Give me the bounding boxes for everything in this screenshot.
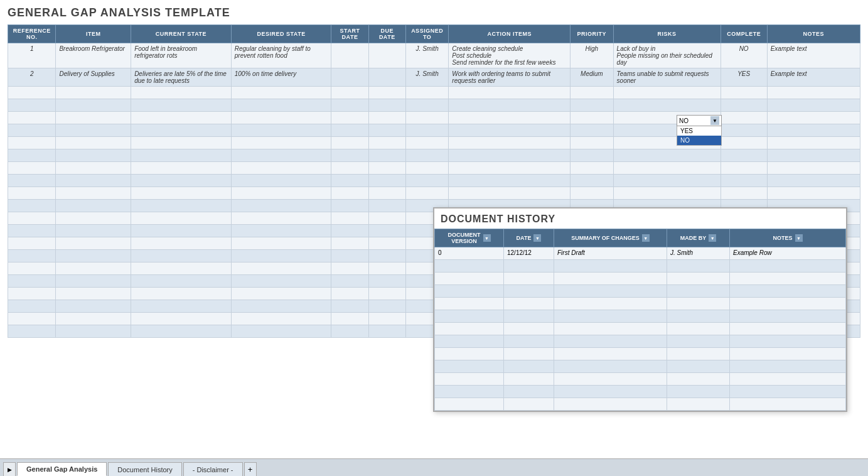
- cell-current-1[interactable]: Food left in breakroom refrigerator rots: [131, 43, 232, 68]
- dropdown-option-no[interactable]: NO: [677, 136, 721, 145]
- tab-general-gap-label: General Gap Analysis: [26, 465, 97, 473]
- tab-general-gap-analysis[interactable]: General Gap Analysis: [17, 462, 107, 476]
- dh-col-madeby-label: MADE BY: [680, 235, 707, 241]
- doc-history-row: [435, 285, 846, 298]
- dh-cell-date-1[interactable]: 12/12/12: [504, 247, 554, 260]
- cell-desired-2[interactable]: 100% on time delivery: [231, 68, 331, 87]
- doc-history-row: [435, 260, 846, 273]
- cell-ref-1[interactable]: 1: [8, 43, 56, 68]
- dh-cell-summary-1[interactable]: First Draft: [554, 247, 667, 260]
- tab-disclaimer[interactable]: - Disclaimer -: [183, 462, 243, 476]
- table-row: [8, 137, 860, 149]
- dh-cell-version-1[interactable]: 0: [435, 247, 504, 260]
- table-row: [8, 149, 860, 162]
- col-header-notes: NOTES: [767, 25, 860, 43]
- version-filter-btn[interactable]: ▼: [483, 234, 491, 242]
- cell-ref-2[interactable]: 2: [8, 68, 56, 87]
- col-header-ref: REFERENCENO.: [8, 25, 56, 43]
- dropdown-option-yes[interactable]: YES: [677, 126, 721, 136]
- cell-assigned-2[interactable]: J. Smith: [405, 68, 448, 87]
- cell-due-1[interactable]: [368, 43, 405, 68]
- table-row: [8, 99, 860, 112]
- cell-risks-2[interactable]: Teams unable to submit requests sooner: [613, 68, 721, 87]
- cell-risks-1[interactable]: Lack of buy inPeople missing on their sc…: [613, 43, 721, 68]
- col-header-complete: COMPLETE: [721, 25, 767, 43]
- cell-priority-2[interactable]: Medium: [571, 68, 613, 87]
- doc-history-table: DOCUMENTVERSION ▼ DATE ▼ SUMMARY OF CHAN…: [434, 229, 846, 411]
- doc-history-row: [435, 398, 846, 411]
- cell-assigned-1[interactable]: J. Smith: [405, 43, 448, 68]
- tab-document-history[interactable]: Document History: [108, 462, 181, 476]
- col-header-due: DUEDATE: [368, 25, 405, 43]
- dh-col-summary-label: SUMMARY OF CHANGES: [571, 235, 640, 241]
- col-header-desired: DESIRED STATE: [231, 25, 331, 43]
- dropdown-current-value: NO: [679, 117, 710, 124]
- cell-complete-2[interactable]: YES: [721, 68, 767, 87]
- tab-bar: ▶ General Gap Analysis Document History …: [0, 458, 868, 476]
- table-row: 2 Delivery of Supplies Deliveries are la…: [8, 68, 860, 87]
- dh-col-summary: SUMMARY OF CHANGES ▼: [554, 229, 667, 247]
- date-filter-btn[interactable]: ▼: [533, 234, 541, 242]
- doc-history-row: [435, 360, 846, 373]
- cell-due-2[interactable]: [368, 68, 405, 87]
- doc-history-row: [435, 273, 846, 285]
- tab-nav-button[interactable]: ▶: [3, 462, 16, 476]
- col-header-risks: RISKS: [613, 25, 721, 43]
- complete-dropdown-container: NO ▼ YES NO: [677, 115, 722, 146]
- col-header-priority: PRIORITY: [571, 25, 613, 43]
- dh-col-version-label: DOCUMENTVERSION: [448, 232, 481, 244]
- cell-start-2[interactable]: [331, 68, 368, 87]
- table-row: [8, 87, 860, 99]
- doc-history-row: [435, 310, 846, 323]
- cell-start-1[interactable]: [331, 43, 368, 68]
- cell-action-1[interactable]: Create cleaning schedulePost scheduleSen…: [449, 43, 571, 68]
- col-header-assigned: ASSIGNEDTO: [405, 25, 448, 43]
- table-row: [8, 187, 860, 200]
- table-row: [8, 175, 860, 187]
- tab-disclaimer-label: - Disclaimer -: [193, 466, 233, 473]
- dh-notes-filter-btn[interactable]: ▼: [795, 234, 803, 242]
- document-history-panel: DOCUMENT HISTORY DOCUMENTVERSION ▼ DATE …: [433, 207, 847, 412]
- doc-history-row: [435, 335, 846, 348]
- doc-history-row: [435, 373, 846, 386]
- doc-history-row: [435, 323, 846, 335]
- doc-history-row: 0 12/12/12 First Draft J. Smith Example …: [435, 247, 846, 260]
- table-row: [8, 162, 860, 175]
- summary-filter-btn[interactable]: ▼: [642, 234, 650, 242]
- dh-col-notes: NOTES ▼: [730, 229, 846, 247]
- doc-history-row: [435, 348, 846, 360]
- dh-col-date-label: DATE: [517, 235, 532, 241]
- table-row: 1 Breakroom Refrigerator Food left in br…: [8, 43, 860, 68]
- col-header-item: ITEM: [56, 25, 131, 43]
- dropdown-list: YES NO: [677, 126, 722, 146]
- cell-current-2[interactable]: Deliveries are late 5% of the time due t…: [131, 68, 232, 87]
- dh-cell-notes-1[interactable]: Example Row: [730, 247, 846, 260]
- doc-history-row: [435, 386, 846, 398]
- dh-cell-madeby-1[interactable]: J. Smith: [667, 247, 730, 260]
- col-header-current: CURRENT STATE: [131, 25, 232, 43]
- cell-item-2[interactable]: Delivery of Supplies: [56, 68, 131, 87]
- cell-action-2[interactable]: Work with ordering teams to submit reque…: [449, 68, 571, 87]
- tab-document-history-label: Document History: [117, 466, 172, 473]
- page-title: GENERAL GAP ANALYSIS TEMPLATE: [8, 6, 860, 19]
- cell-item-1[interactable]: Breakroom Refrigerator: [56, 43, 131, 68]
- complete-dropdown-cell[interactable]: NO ▼: [677, 115, 722, 126]
- cell-priority-1[interactable]: High: [571, 43, 613, 68]
- table-row: [8, 112, 860, 124]
- col-header-start: STARTDATE: [331, 25, 368, 43]
- dropdown-arrow-icon[interactable]: ▼: [710, 116, 719, 125]
- tab-add-button[interactable]: +: [244, 462, 257, 476]
- col-header-action: ACTION ITEMS: [449, 25, 571, 43]
- cell-desired-1[interactable]: Regular cleaning by staff to prevent rot…: [231, 43, 331, 68]
- dh-col-madeby: MADE BY ▼: [667, 229, 730, 247]
- cell-notes-1[interactable]: Example text: [767, 43, 860, 68]
- cell-notes-2[interactable]: Example text: [767, 68, 860, 87]
- table-row: [8, 124, 860, 137]
- dh-col-date: DATE ▼: [504, 229, 554, 247]
- dh-col-version: DOCUMENTVERSION ▼: [435, 229, 504, 247]
- doc-history-title: DOCUMENT HISTORY: [434, 208, 846, 229]
- cell-complete-1[interactable]: NO: [721, 43, 767, 68]
- dh-col-notes-label: NOTES: [773, 235, 792, 241]
- madeby-filter-btn[interactable]: ▼: [709, 234, 716, 242]
- doc-history-row: [435, 298, 846, 310]
